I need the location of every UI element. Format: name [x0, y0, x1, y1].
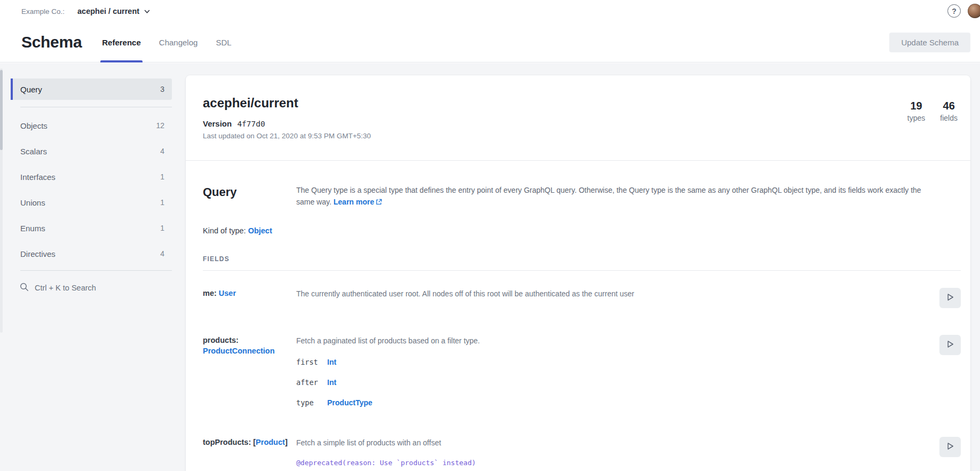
field-type-link[interactable]: ProductConnection — [203, 347, 275, 355]
type-name: Query — [203, 184, 296, 199]
version-label: Version — [203, 119, 232, 128]
tab-sdl[interactable]: SDL — [216, 22, 231, 62]
run-in-explorer-button[interactable] — [939, 437, 961, 457]
sidebar-item-count: 1 — [160, 198, 164, 207]
type-description-text: The Query type is a special type that de… — [296, 186, 921, 206]
sidebar-item-label: Enums — [20, 224, 45, 233]
org-label: Example Co.: — [21, 7, 65, 15]
arg-name: first — [296, 358, 319, 366]
page-title: Schema — [21, 33, 82, 51]
field-name-text: me: — [203, 289, 217, 297]
help-glyph: ? — [952, 7, 957, 15]
field-type-link[interactable]: Product — [256, 438, 285, 446]
kind-value-link[interactable]: Object — [248, 226, 272, 235]
version-line: Version 4f77d0 — [203, 119, 371, 128]
field-description: Fetch a paginated list of products based… — [296, 335, 931, 346]
tab-reference[interactable]: Reference — [102, 22, 141, 62]
sidebar-item-label: Objects — [20, 121, 48, 130]
left-scrollbar-track — [0, 68, 3, 333]
sidebar-item-label: Query — [20, 85, 42, 94]
search-icon — [20, 282, 29, 293]
play-icon — [947, 340, 954, 350]
sidebar-item-enums[interactable]: Enums 1 — [11, 217, 172, 239]
sidebar-item-label: Interfaces — [20, 172, 56, 182]
type-header-row: Query The Query type is a special type t… — [203, 184, 961, 208]
topbar: Example Co.: acephei / current ? — [0, 0, 980, 22]
sidebar-item-objects[interactable]: Objects 12 — [11, 115, 172, 136]
graph-title: acephei/current — [203, 96, 371, 111]
search-hint-label: Ctrl + K to Search — [35, 284, 96, 292]
sidebar-item-label: Unions — [20, 198, 45, 207]
external-link-icon — [376, 197, 382, 208]
left-scrollbar-thumb[interactable] — [0, 70, 3, 150]
run-in-explorer-button[interactable] — [939, 335, 961, 355]
play-icon — [947, 293, 954, 303]
arg-row: after Int — [296, 378, 931, 387]
search-shortcut[interactable]: Ctrl + K to Search — [11, 282, 172, 293]
kind-label: Kind of type: — [203, 226, 246, 235]
stat-types: 19 types — [907, 100, 925, 140]
arg-type-link[interactable]: Int — [327, 358, 336, 366]
sidebar: Query 3 Objects 12 Scalars 4 Interfaces … — [11, 78, 172, 293]
update-schema-button[interactable]: Update Schema — [889, 33, 970, 52]
type-bracket: ] — [285, 438, 288, 446]
topbar-right: ? — [947, 4, 980, 18]
tab-changelog[interactable]: Changelog — [159, 22, 198, 62]
stat-fields: 46 fields — [940, 100, 958, 140]
sidebar-item-query[interactable]: Query 3 — [11, 78, 172, 100]
sidebar-item-count: 1 — [160, 172, 164, 181]
schema-reference-card: acephei/current Version 4f77d0 Last upda… — [186, 75, 970, 471]
field-row-topproducts: topProducts: [Product] Fetch a simple li… — [203, 437, 961, 471]
sidebar-item-label: Directives — [20, 249, 56, 258]
sidebar-item-label: Scalars — [20, 147, 47, 156]
field-name: me: User — [203, 288, 296, 299]
help-icon[interactable]: ? — [947, 4, 961, 18]
learn-more-link[interactable]: Learn more — [334, 198, 382, 206]
field-description: Fetch a simple list of products with an … — [296, 437, 931, 448]
stat-fields-label: fields — [940, 114, 958, 122]
sidebar-item-count: 4 — [160, 147, 164, 155]
arg-name: after — [296, 378, 319, 387]
graph-meta: acephei/current Version 4f77d0 Last upda… — [203, 96, 371, 140]
field-row-me: me: User The currently authenticated use… — [203, 288, 961, 308]
graph-selector-label: acephei / current — [77, 7, 139, 15]
chevron-down-icon — [144, 7, 150, 15]
sidebar-item-directives[interactable]: Directives 4 — [11, 243, 172, 264]
arg-type-link[interactable]: ProductType — [327, 398, 373, 407]
fields-divider — [203, 270, 961, 271]
sidebar-item-count: 12 — [156, 121, 164, 130]
run-in-explorer-button[interactable] — [939, 288, 961, 308]
stat-types-label: types — [907, 114, 925, 122]
arg-row: type ProductType — [296, 398, 931, 407]
type-description: The Query type is a special type that de… — [296, 184, 961, 208]
sidebar-item-count: 3 — [160, 85, 164, 93]
sidebar-item-interfaces[interactable]: Interfaces 1 — [11, 166, 172, 187]
sidebar-item-count: 1 — [160, 224, 164, 232]
field-name: products: ProductConnection — [203, 335, 296, 356]
type-section-query: Query The Query type is a special type t… — [186, 161, 970, 471]
sidebar-item-scalars[interactable]: Scalars 4 — [11, 140, 172, 162]
sidebar-divider — [20, 270, 172, 271]
arg-row: first Int — [296, 358, 931, 366]
learn-more-label: Learn more — [334, 198, 374, 206]
kind-of-type-line: Kind of type: Object — [203, 226, 961, 235]
tab-bar: Reference Changelog SDL — [102, 22, 231, 62]
graph-header: acephei/current Version 4f77d0 Last upda… — [186, 75, 970, 140]
last-updated: Last updated on Oct 21, 2020 at 9:53 PM … — [203, 132, 371, 140]
field-name: topProducts: [Product] — [203, 437, 296, 448]
content-area: Query 3 Objects 12 Scalars 4 Interfaces … — [0, 63, 980, 471]
field-args: first Int after Int type ProductType — [296, 358, 931, 407]
arg-type-link[interactable]: Int — [327, 378, 336, 387]
field-name-text: topProducts: — [203, 438, 251, 446]
sidebar-item-count: 4 — [160, 249, 164, 258]
field-type-link[interactable]: User — [219, 289, 236, 297]
stat-types-value: 19 — [907, 100, 925, 112]
schema-stats: 19 types 46 fields — [907, 96, 958, 140]
field-row-products: products: ProductConnection Fetch a pagi… — [203, 335, 961, 407]
sidebar-item-unions[interactable]: Unions 1 — [11, 192, 172, 213]
graph-selector-dropdown[interactable]: acephei / current — [77, 7, 150, 15]
field-name-text: products: — [203, 336, 239, 344]
version-hash: 4f77d0 — [237, 120, 265, 128]
deprecated-annotation: @deprecated(reason: Use `products` inste… — [296, 459, 931, 467]
user-avatar[interactable] — [968, 4, 980, 18]
